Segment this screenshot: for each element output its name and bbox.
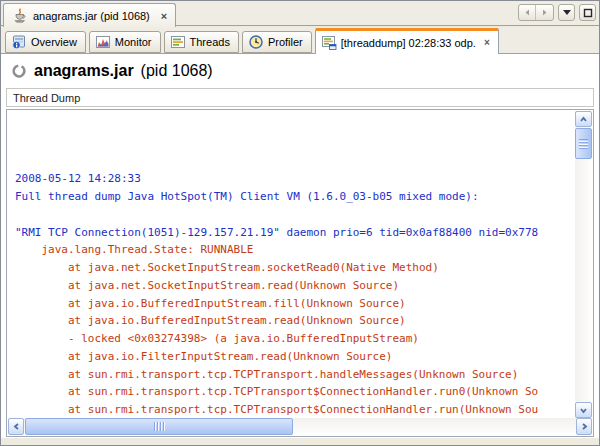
- dump-line: "RMI TCP Connection(1051)-129.157.21.19"…: [15, 224, 575, 242]
- close-icon[interactable]: ×: [161, 11, 167, 21]
- scroll-right-button[interactable]: [576, 418, 592, 435]
- application-header: anagrams.jar (pid 1068): [11, 62, 213, 80]
- view-tab-bar: Overview Monitor Threads: [1, 27, 599, 54]
- scroll-up-button[interactable]: [575, 111, 592, 127]
- dump-line: at java.io.FilterInputStream.read(Unknow…: [15, 348, 575, 366]
- thread-dump-text[interactable]: 2008-05-12 14:28:33Full thread dump Java…: [8, 111, 575, 418]
- scroll-down-button[interactable]: [575, 402, 592, 418]
- tab-scroll-button-group: [518, 4, 554, 21]
- dump-line: at sun.rmi.transport.tcp.TCPTransport$Co…: [15, 383, 575, 401]
- dump-line: at java.io.BufferedInputStream.read(Unkn…: [15, 312, 575, 330]
- overview-icon: [11, 34, 27, 50]
- threads-icon: [170, 34, 186, 50]
- tab-overview[interactable]: Overview: [5, 31, 86, 53]
- chevron-up-icon: [579, 115, 588, 124]
- tab-label: Monitor: [115, 36, 152, 48]
- scroll-tabs-left-button[interactable]: [519, 5, 536, 20]
- visualvm-window: anagrams.jar (pid 1068) ×: [0, 0, 600, 446]
- dump-line: at java.net.SocketInputStream.socketRead…: [15, 259, 575, 277]
- dump-line: at java.io.BufferedInputStream.fill(Unkn…: [15, 295, 575, 313]
- thumb-grip: [579, 139, 588, 149]
- monitor-icon: [95, 34, 111, 50]
- thread-dump-scrollpane: 2008-05-12 14:28:33Full thread dump Java…: [6, 109, 594, 437]
- dump-line: at java.net.SocketInputStream.read(Unkno…: [15, 277, 575, 295]
- java-cup-icon: [12, 8, 28, 24]
- tab-list-dropdown-button[interactable]: [558, 4, 575, 21]
- section-header-thread-dump: Thread Dump: [6, 88, 594, 107]
- horizontal-scroll-thumb[interactable]: [25, 418, 293, 435]
- page-title-pid: (pid 1068): [141, 62, 213, 80]
- dump-line: Full thread dump Java HotSpot(TM) Client…: [15, 188, 575, 206]
- chevron-left-icon: [12, 422, 21, 431]
- vertical-scrollbar[interactable]: [575, 111, 592, 418]
- document-tab-label: anagrams.jar (pid 1068): [33, 10, 150, 22]
- tab-label: Profiler: [268, 36, 303, 48]
- dump-line: java.lang.Thread.State: RUNNABLE: [15, 241, 575, 259]
- threaddump-view: anagrams.jar (pid 1068) Thread Dump 2008…: [1, 54, 599, 445]
- profiler-icon: [248, 34, 264, 50]
- scroll-left-button[interactable]: [8, 418, 24, 435]
- left-arrow-icon: [523, 8, 532, 17]
- vertical-scroll-thumb[interactable]: [575, 128, 592, 159]
- tab-threads[interactable]: Threads: [164, 31, 239, 53]
- close-icon[interactable]: ×: [484, 38, 490, 48]
- window-bottom-edge: [1, 438, 599, 445]
- tab-label: Overview: [31, 36, 77, 48]
- dump-line: [15, 206, 575, 224]
- scroll-tabs-right-button[interactable]: [536, 5, 553, 20]
- section-label: Thread Dump: [13, 92, 80, 104]
- maximize-square-icon: [583, 8, 593, 18]
- right-arrow-icon: [540, 8, 549, 17]
- document-tab-bar: anagrams.jar (pid 1068) ×: [1, 1, 599, 26]
- tab-profiler[interactable]: Profiler: [242, 31, 312, 53]
- chevron-right-icon: [580, 422, 589, 431]
- horizontal-scrollbar[interactable]: [8, 418, 592, 435]
- tab-label: Threads: [190, 36, 230, 48]
- document-tab-anagrams[interactable]: anagrams.jar (pid 1068) ×: [3, 3, 176, 27]
- maximize-view-button[interactable]: [579, 4, 596, 21]
- dump-line: 2008-05-12 14:28:33: [15, 170, 575, 188]
- tab-threaddump[interactable]: [threaddump] 02:28:33 odp. ×: [315, 28, 499, 54]
- dropdown-arrow-icon: [562, 9, 572, 16]
- dump-line: at sun.rmi.transport.tcp.TCPTransport.ha…: [15, 366, 575, 384]
- threaddump-icon: [321, 35, 337, 51]
- dump-line: - locked <0x03274398> (a java.io.Buffere…: [15, 330, 575, 348]
- thumb-grip: [154, 422, 165, 431]
- chevron-down-icon: [579, 406, 588, 415]
- tab-monitor[interactable]: Monitor: [89, 31, 161, 53]
- page-title: anagrams.jar: [34, 62, 134, 80]
- window-view-controls: [518, 4, 596, 21]
- tab-label: [threaddump] 02:28:33 odp.: [341, 37, 476, 49]
- dump-line: at sun.rmi.transport.tcp.TCPTransport$Co…: [15, 401, 575, 418]
- progress-ring-icon: [11, 63, 27, 79]
